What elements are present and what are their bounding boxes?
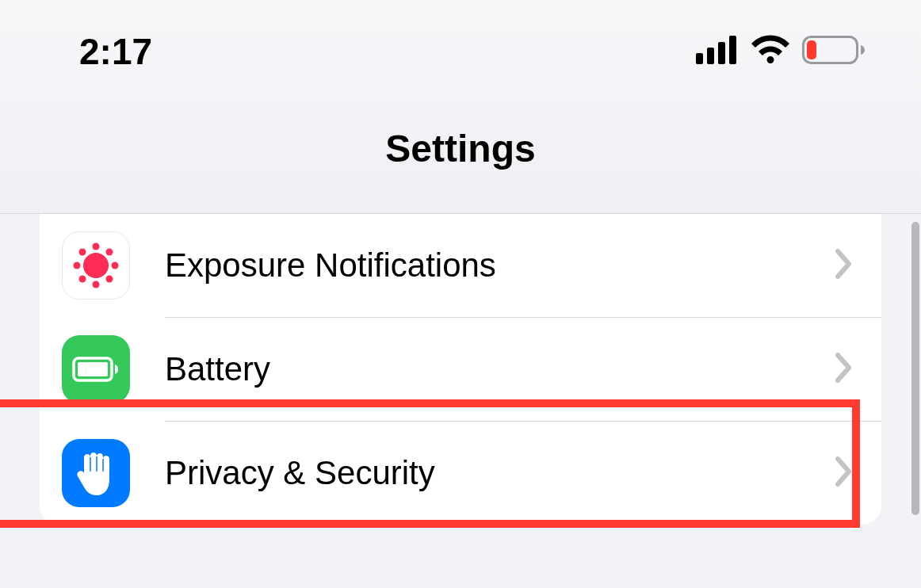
wifi-icon [750, 35, 791, 68]
svg-point-14 [106, 276, 113, 283]
battery-low-icon [802, 36, 866, 67]
svg-rect-3 [729, 36, 736, 64]
row-battery[interactable]: Battery [40, 318, 881, 421]
scrollbar[interactable] [911, 222, 919, 515]
svg-point-9 [74, 262, 81, 269]
battery-icon [62, 335, 130, 403]
svg-rect-5 [807, 40, 816, 59]
row-privacy-security[interactable]: Privacy & Security [40, 422, 881, 525]
svg-point-6 [83, 253, 109, 278]
chevron-right-icon [835, 456, 853, 490]
svg-rect-2 [718, 42, 725, 64]
status-bar: 2:17 [0, 16, 921, 79]
exposure-notifications-icon [62, 231, 130, 300]
row-label: Privacy & Security [165, 454, 835, 492]
chevron-right-icon [835, 353, 853, 386]
svg-point-7 [93, 243, 100, 250]
status-icons [696, 35, 866, 68]
svg-rect-16 [78, 362, 108, 376]
page-title: Settings [0, 79, 921, 170]
status-time: 2:17 [79, 30, 152, 73]
cellular-icon [696, 36, 739, 67]
svg-rect-0 [696, 53, 703, 64]
settings-group: Exposure Notifications Battery [40, 214, 881, 525]
svg-point-12 [106, 249, 113, 256]
svg-point-8 [93, 281, 100, 288]
svg-rect-1 [707, 48, 714, 64]
header-region: 2:17 [0, 0, 921, 214]
chevron-right-icon [835, 249, 853, 282]
svg-point-11 [79, 249, 86, 256]
svg-point-13 [79, 276, 86, 283]
row-exposure-notifications[interactable]: Exposure Notifications [40, 214, 881, 317]
privacy-hand-icon [62, 439, 130, 507]
content-region: Exposure Notifications Battery [0, 214, 921, 525]
svg-point-10 [112, 262, 119, 269]
row-label: Exposure Notifications [165, 246, 835, 284]
row-label: Battery [165, 350, 835, 388]
